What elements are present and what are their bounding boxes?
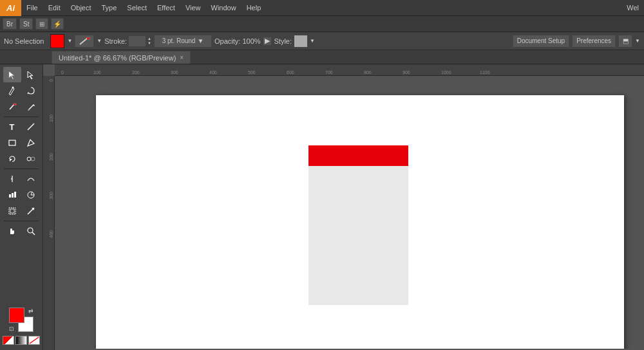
paintbrush-tool[interactable]	[3, 99, 21, 115]
preferences-button[interactable]: Preferences	[572, 35, 616, 48]
swap-colors-icon[interactable]: ⇄	[28, 308, 33, 314]
zoom-tool[interactable]	[22, 223, 40, 239]
menu-edit[interactable]: Edit	[43, 0, 66, 15]
style-box[interactable]	[294, 35, 308, 48]
reset-colors-icon[interactable]: ⊡	[9, 326, 14, 332]
graph-tool[interactable]	[3, 187, 21, 203]
warp-tool[interactable]	[22, 171, 40, 187]
svg-point-26	[28, 228, 33, 233]
warp-tools-row	[1, 171, 41, 187]
menu-effect[interactable]: Effect	[152, 0, 180, 15]
style-area: Style: ▼	[274, 35, 315, 48]
document-tab[interactable]: Untitled-1* @ 66.67% (RGB/Preview) ×	[52, 51, 191, 64]
stroke-input[interactable]	[128, 35, 146, 47]
selection-tool[interactable]	[3, 67, 21, 82]
menu-select[interactable]: Select	[122, 0, 152, 15]
width-tool[interactable]	[3, 171, 21, 187]
slice-tool[interactable]	[22, 203, 40, 219]
artboard-container	[57, 82, 643, 349]
pie-graph-tool[interactable]	[22, 187, 40, 203]
svg-rect-22	[9, 208, 15, 214]
arrange-arrow[interactable]: ▼	[635, 38, 640, 44]
left-toolbar: T	[0, 64, 43, 350]
rectangle-tool[interactable]	[3, 135, 21, 151]
style-arrow[interactable]: ▼	[310, 38, 315, 44]
svg-line-27	[32, 232, 35, 235]
bridge-bar: Br St ⊞ ⚡	[0, 16, 644, 32]
svg-point-14	[31, 157, 35, 161]
svg-rect-9	[28, 109, 30, 111]
brush-icon-btn[interactable]	[75, 35, 94, 48]
pt-round-label: 3 pt. Round	[162, 37, 196, 44]
tool-separator-2	[4, 169, 39, 169]
ruler-top: 0 100 200 300 400 500 600 700 800 900 10…	[55, 64, 644, 76]
selection-tools-row	[1, 67, 41, 82]
shaper-tool[interactable]	[22, 135, 40, 151]
stroke-type-dropdown[interactable]: 3 pt. Round ▼	[154, 35, 212, 48]
artboard[interactable]	[96, 95, 624, 349]
color-mode-btn[interactable]	[3, 336, 14, 345]
artwork-red-header-rect[interactable]	[308, 145, 408, 166]
pencil-tool[interactable]	[22, 99, 40, 115]
menu-bar: Ai File Edit Object Type Select Effect V…	[0, 0, 644, 16]
opacity-expand-btn[interactable]: ▶	[263, 37, 272, 46]
gradient-mode-btn[interactable]	[15, 336, 27, 345]
svg-line-21	[31, 192, 32, 196]
opacity-area: Opacity: 100% ▶	[214, 37, 272, 46]
opacity-value: 100%	[242, 37, 260, 45]
pen-tool[interactable]	[3, 83, 21, 98]
type-tool-label: T	[10, 122, 15, 132]
menu-object[interactable]: Object	[66, 0, 97, 15]
svg-line-7	[28, 105, 33, 110]
svg-point-4	[12, 87, 14, 89]
opacity-label: Opacity:	[214, 37, 240, 45]
brush-arrow[interactable]: ▼	[97, 38, 102, 44]
type-tool[interactable]: T	[3, 119, 21, 134]
color-swatches: ⇄ ⊡	[9, 308, 33, 332]
stroke-spinners[interactable]: ▲ ▼	[147, 37, 151, 46]
lasso-tool[interactable]	[22, 83, 40, 98]
menu-type[interactable]: Type	[97, 0, 122, 15]
zoom-tools-row	[1, 223, 41, 239]
menu-file[interactable]: File	[21, 0, 43, 15]
tab-close-button[interactable]: ×	[180, 54, 184, 61]
toolbar-colors: ⇄ ⊡	[1, 305, 41, 347]
svg-marker-2	[9, 71, 14, 79]
flash-icon[interactable]: ⚡	[51, 18, 64, 30]
svg-rect-1	[87, 37, 90, 39]
menu-window[interactable]: Window	[206, 0, 242, 15]
fill-color-box[interactable]	[50, 34, 64, 48]
svg-rect-18	[14, 192, 16, 198]
tab-title: Untitled-1* @ 66.67% (RGB/Preview)	[59, 54, 176, 62]
artwork-body-rect[interactable]	[308, 145, 408, 305]
type-tools-row: T	[1, 119, 41, 134]
line-tool[interactable]	[22, 119, 40, 134]
grid-icon[interactable]: ⊞	[35, 18, 48, 30]
direct-selection-tool[interactable]	[22, 67, 40, 82]
svg-rect-17	[12, 193, 14, 198]
artboard-tool[interactable]	[3, 203, 21, 219]
menu-help[interactable]: Help	[242, 0, 267, 15]
reflect-tool[interactable]	[22, 151, 40, 167]
slice-tools-row	[1, 203, 41, 219]
wel-label: Wel	[627, 4, 639, 12]
brush-tools-row	[1, 99, 41, 115]
canvas-area: 0 100 200 300 400 500 600 700 800 900 10…	[43, 64, 644, 350]
none-mode-btn[interactable]	[28, 336, 40, 345]
rotate-tool[interactable]	[3, 151, 21, 167]
menu-view[interactable]: View	[180, 0, 206, 15]
svg-rect-6	[14, 104, 16, 106]
app-logo: Ai	[0, 0, 21, 16]
color-mode-row	[3, 336, 40, 345]
stock-btn[interactable]: St	[19, 18, 33, 30]
hand-tool[interactable]	[3, 223, 21, 239]
svg-line-28	[30, 337, 39, 344]
fill-color-arrow[interactable]: ▼	[67, 38, 72, 44]
arrange-icon[interactable]: ⬒	[618, 35, 632, 48]
svg-rect-11	[9, 140, 15, 145]
foreground-color-swatch[interactable]	[9, 308, 24, 323]
draw-tools-row	[1, 83, 41, 98]
menu-items: File Edit Object Type Select Effect View…	[21, 0, 266, 15]
bridge-btn[interactable]: Br	[3, 18, 17, 30]
document-setup-button[interactable]: Document Setup	[513, 35, 570, 48]
